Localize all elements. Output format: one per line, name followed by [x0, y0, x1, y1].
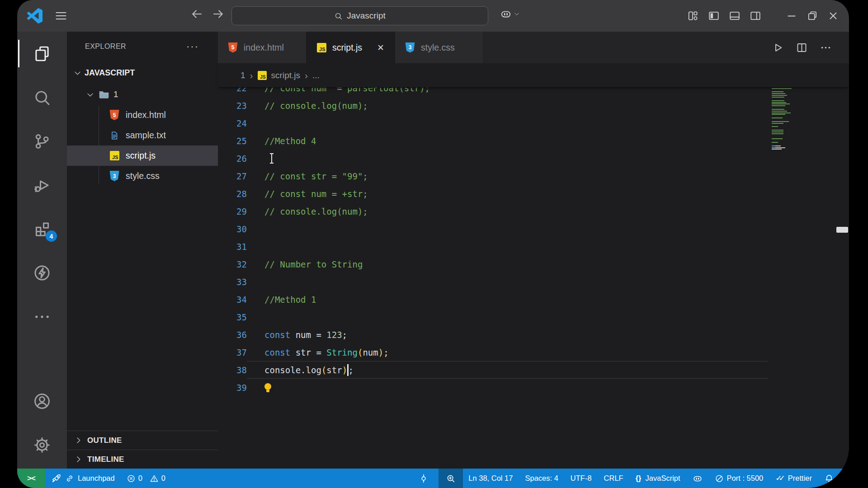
language-mode-status[interactable]: {} JavaScript	[636, 474, 680, 483]
copilot-button[interactable]	[500, 8, 520, 20]
tab-index.html[interactable]: 5index.html	[218, 32, 307, 63]
editor-group: 5index.htmlJSscript.js✕3style.css 1 › JS…	[218, 32, 849, 469]
code-line-28[interactable]: 28// const num = +str;	[218, 185, 849, 202]
notifications-bell-icon[interactable]	[824, 474, 834, 483]
minimap-line	[772, 95, 787, 96]
breadcrumb-symbol[interactable]: ...	[312, 70, 320, 80]
title-bar: Javascript	[17, 0, 849, 32]
toggle-secondary-sidebar-button[interactable]	[750, 10, 761, 22]
code-line-39[interactable]: 39	[218, 379, 849, 396]
tab-close-icon[interactable]: ✕	[377, 42, 384, 53]
code-line-22[interactable]: 22// const num = parseFloat(str);	[218, 88, 849, 97]
code-line-34[interactable]: 34//Method 1	[218, 291, 849, 308]
live-server-port-status[interactable]: Port : 5500	[715, 474, 764, 483]
activity-extensions-button[interactable]: 4	[17, 207, 67, 251]
copilot-status-icon[interactable]	[693, 474, 703, 483]
file-label: script.js	[126, 150, 156, 161]
explorer-sidebar: EXPLORER ··· JAVASCRIPT 1 5index.htmlsam…	[67, 32, 218, 469]
code-line-37[interactable]: 37const str = String(num);	[218, 343, 849, 361]
launchpad-status-item[interactable]: Launchpad	[52, 474, 115, 483]
file-item-style.css[interactable]: 3style.css	[67, 166, 218, 186]
minimap-line	[772, 149, 782, 150]
minimap-line	[772, 117, 783, 118]
file-item-index.html[interactable]: 5index.html	[67, 105, 218, 125]
command-center-search[interactable]: Javascript	[231, 6, 488, 25]
menu-hamburger-icon[interactable]	[54, 9, 68, 22]
lightbulb-icon[interactable]	[264, 383, 271, 390]
file-item-script.js[interactable]: JSscript.js	[67, 145, 218, 166]
html-file-icon: 5	[108, 110, 120, 120]
encoding-status[interactable]: UTF-8	[571, 474, 592, 483]
explorer-more-actions-button[interactable]: ···	[186, 41, 199, 52]
activity-run-debug-button[interactable]	[17, 163, 67, 207]
line-number: 39	[218, 383, 247, 393]
activity-search-button[interactable]	[17, 75, 67, 119]
code-line-23[interactable]: 23// console.log(num);	[218, 97, 849, 114]
close-button[interactable]	[827, 10, 839, 22]
restore-button[interactable]	[807, 10, 818, 22]
tab-script.js[interactable]: JSscript.js✕	[307, 32, 395, 63]
code-line-30[interactable]: 30	[218, 220, 849, 238]
code-line-29[interactable]: 29// console.log(num);	[218, 202, 849, 220]
outline-panel-header[interactable]: OUTLINE	[67, 431, 218, 450]
back-button[interactable]	[190, 7, 203, 21]
toggle-panel-button[interactable]	[729, 10, 741, 22]
activity-settings-button[interactable]	[17, 423, 67, 467]
line-content	[247, 153, 274, 164]
customize-layout-button[interactable]	[687, 10, 699, 22]
screencast-icon[interactable]	[419, 474, 429, 483]
line-number: 26	[218, 154, 247, 164]
tab-label: index.html	[244, 42, 284, 53]
toggle-sidebar-button[interactable]	[708, 10, 720, 22]
minimize-button[interactable]	[786, 10, 797, 22]
code-line-27[interactable]: 27// const str = "99";	[218, 167, 849, 185]
zoom-indicator[interactable]	[439, 469, 463, 488]
search-value: Javascript	[347, 11, 386, 21]
line-number: 35	[218, 312, 247, 322]
file-tree: 5index.htmlsample.txtJSscript.js3style.c…	[67, 105, 218, 186]
tab-style.css[interactable]: 3style.css	[395, 32, 484, 63]
activity-source-control-button[interactable]	[17, 119, 67, 163]
activity-live-server-button[interactable]	[17, 251, 67, 295]
settings-icon	[33, 436, 52, 455]
minimap-line	[772, 138, 783, 139]
activity-more-button[interactable]	[17, 295, 67, 338]
code-line-38[interactable]: 38console.log(str);	[218, 361, 849, 379]
timeline-panel-header[interactable]: TIMELINE	[67, 450, 218, 469]
workspace-root[interactable]: JAVASCRIPT	[67, 61, 218, 84]
eol-status[interactable]: CRLF	[604, 474, 623, 483]
code-line-33[interactable]: 33	[218, 273, 849, 291]
folder-item[interactable]: 1	[67, 84, 218, 105]
js-file-icon: JS	[258, 71, 267, 80]
split-editor-button[interactable]	[796, 42, 808, 54]
activity-explorer-button[interactable]	[17, 32, 67, 75]
code-line-35[interactable]: 35	[218, 308, 849, 326]
minimap[interactable]	[771, 84, 802, 188]
code-editor[interactable]: 22// const num = parseFloat(str);23// co…	[218, 88, 849, 469]
account-icon	[33, 392, 52, 411]
editor-more-actions-button[interactable]	[820, 42, 832, 54]
code-line-32[interactable]: 32// Number to String	[218, 255, 849, 273]
line-content: // const num = +str;	[247, 189, 368, 199]
minimap-line	[772, 133, 783, 134]
code-line-24[interactable]: 24	[218, 114, 849, 132]
file-item-sample.txt[interactable]: sample.txt	[67, 125, 218, 145]
code-line-25[interactable]: 25//Method 4	[218, 132, 849, 150]
indentation-status[interactable]: Spaces: 4	[525, 474, 558, 483]
more-icon	[33, 307, 52, 326]
code-line-26[interactable]: 26	[218, 150, 849, 167]
breadcrumb-file[interactable]: script.js	[271, 70, 300, 80]
line-number: 30	[218, 224, 247, 234]
run-code-button[interactable]	[772, 42, 784, 54]
activity-account-button[interactable]	[17, 379, 67, 423]
code-line-36[interactable]: 36const num = 123;	[218, 326, 849, 343]
prettier-status[interactable]: ✓✓ Prettier	[775, 474, 812, 483]
code-line-31[interactable]: 31	[218, 238, 849, 255]
cursor-position-status[interactable]: Ln 38, Col 17	[468, 474, 513, 483]
breadcrumb-folder[interactable]: 1	[241, 70, 245, 80]
minimap-line	[772, 113, 791, 113]
forward-button[interactable]	[212, 7, 225, 21]
problems-status-item[interactable]: 0 0	[127, 474, 165, 483]
remote-indicator[interactable]: ><	[17, 469, 45, 488]
editor-scrollbar-thumb[interactable]	[836, 227, 848, 233]
